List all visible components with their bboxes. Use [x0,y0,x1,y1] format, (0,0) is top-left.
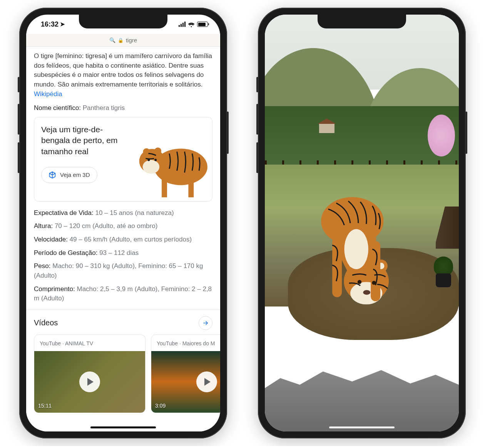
fact-row: Velocidade: 49 – 65 km/h (Adulto, em cur… [34,235,212,245]
tiger-3d-preview [127,125,212,201]
view-3d-button[interactable]: Veja em 3D [41,167,97,183]
more-videos-button[interactable] [199,316,212,330]
video-duration: 3:09 [155,402,166,410]
play-icon [79,371,100,392]
battery-icon [197,22,208,27]
video-meta: YouTube · ANIMAL TV [34,335,145,351]
status-time: 16:32 [41,20,59,28]
wifi-icon [188,22,195,27]
svg-point-20 [372,281,376,285]
videos-heading: Vídeos [34,317,58,328]
svg-point-18 [344,229,368,269]
url-query: tigre [126,37,137,43]
ar-card-title: Veja um tigre-de-bengala de perto, em ta… [41,124,127,157]
wikipedia-link[interactable]: Wikipédia [34,90,62,98]
svg-point-8 [155,159,157,161]
lock-icon: 🔒 [118,38,124,43]
play-icon [196,371,217,392]
svg-point-2 [143,160,160,174]
video-carousel[interactable]: YouTube · ANIMAL TV 15:11 YouTube · Maio… [34,335,212,413]
svg-point-7 [148,159,150,161]
svg-rect-4 [189,178,194,197]
location-icon: ➤ [60,21,65,28]
search-icon: 🔍 [109,37,115,43]
home-indicator[interactable] [90,426,156,428]
svg-point-19 [357,280,361,284]
video-duration: 15:11 [38,402,52,410]
svg-point-21 [363,290,370,295]
signal-icon [179,22,186,27]
video-card[interactable]: YouTube · ANIMAL TV 15:11 [34,335,146,413]
ar-tiger-model[interactable] [292,173,412,356]
fact-row: Expectativa de Vida: 10 – 15 anos (na na… [34,208,212,218]
video-meta: YouTube · Maiores do M [151,335,220,351]
videos-section-header: Vídeos [34,310,212,335]
notch [318,15,406,28]
scientific-name-row: Nome científico: Panthera tigris [34,103,212,113]
home-indicator[interactable] [329,426,395,428]
video-card[interactable]: YouTube · Maiores do M 3:09 [151,335,220,413]
notch [79,15,167,28]
video-thumbnail[interactable]: 3:09 [151,351,220,413]
phone-left: 16:32 ➤ 🔍 🔒 tigre O tigre [feminino: tig… [19,8,227,438]
svg-point-6 [155,147,162,154]
ar-camera-view[interactable] [265,15,459,431]
fact-row: Período de Gestação: 93 – 112 dias [34,248,212,258]
svg-rect-3 [162,178,167,197]
url-bar[interactable]: 🔍 🔒 tigre [26,34,220,47]
fact-row: Peso: Macho: 90 – 310 kg (Adulto), Femin… [34,261,212,280]
cube-3d-icon [48,171,56,179]
fact-row: Comprimento: Macho: 2,5 – 3,9 m (Adulto)… [34,285,212,303]
search-result-content: O tigre [feminino: tigresa] é um mamífer… [26,47,220,431]
phone-right [258,8,466,438]
video-thumbnail[interactable]: 15:11 [34,351,145,413]
description-paragraph: O tigre [feminino: tigresa] é um mamífer… [34,52,212,99]
fact-row: Altura: 70 – 120 cm (Adulto, até ao ombr… [34,222,212,231]
ar-view-card[interactable]: Veja um tigre-de-bengala de perto, em ta… [34,117,212,202]
